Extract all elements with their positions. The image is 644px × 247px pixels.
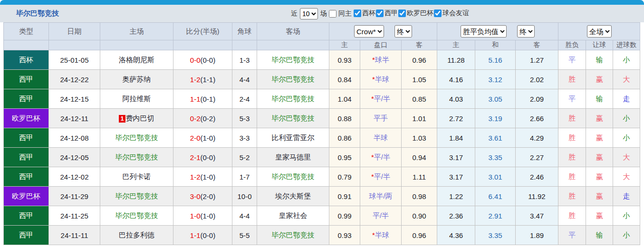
league-filter-label: 西甲: [384, 9, 398, 18]
date-cell: 24-11-29: [49, 187, 100, 206]
team-link[interactable]: 奥萨苏纳: [123, 75, 151, 83]
table-row: 西甲 24-12-05 毕尔巴鄂竞技 2-1(0-0) 5-2 皇家马德里 0.…: [4, 148, 640, 167]
away-team-cell[interactable]: 比利亚雷亚尔: [257, 128, 329, 148]
team-link[interactable]: 巴拉多利德: [119, 231, 154, 239]
handicap-result-cell: 赢: [586, 128, 613, 148]
table-row: 西甲 24-12-08 毕尔巴鄂竞技 2-0(1-0) 3-3 比利亚雷亚尔 0…: [4, 128, 640, 148]
score-cell: 1-2(1-1): [173, 70, 232, 89]
avg-draw-cell: 3.12: [475, 70, 516, 89]
team-link[interactable]: 阿拉维斯: [123, 95, 151, 103]
handicap-cell: 平/半: [360, 206, 402, 226]
odds-away-cell: 1.03: [402, 128, 437, 148]
team-name[interactable]: 毕尔巴鄂竞技: [16, 9, 59, 18]
team-link[interactable]: 皇家马德里: [275, 153, 311, 161]
scope-select[interactable]: 全场: [587, 25, 612, 38]
corner-cell: 5-5: [232, 226, 257, 245]
team-link[interactable]: 巴列卡诺: [123, 172, 151, 180]
same-home-checkbox[interactable]: [329, 10, 336, 18]
league-filter-checkbox-2[interactable]: [398, 10, 406, 17]
sub-header-goals-result: 进球数: [613, 40, 640, 50]
sub-header-handicap-result: 让球: [586, 40, 613, 50]
home-team-cell[interactable]: 1费内巴切: [100, 109, 173, 128]
league-type-cell: 西甲: [4, 70, 49, 89]
col-header-corner: 角球: [232, 23, 257, 40]
league-filter-checkbox-0[interactable]: [354, 10, 361, 17]
team-link[interactable]: 费内巴切: [126, 114, 154, 122]
date-cell: 24-12-22: [49, 70, 100, 89]
home-team-cell[interactable]: 奥萨苏纳: [100, 70, 173, 89]
recent-count-select[interactable]: 10: [300, 8, 318, 19]
handicap-cell: *半球: [360, 70, 402, 89]
team-link[interactable]: 毕尔巴鄂竞技: [115, 192, 158, 200]
away-team-cell[interactable]: 埃尔夫斯堡: [257, 187, 329, 206]
date-cell: 24-12-02: [49, 167, 100, 187]
toolbar: 毕尔巴鄂竞技 近 10 场 同主 西杯西甲欧罗巴杯球会友谊: [0, 5, 644, 22]
score-cell: 2-1(0-0): [173, 148, 232, 167]
away-team-cell[interactable]: 毕尔巴鄂竞技: [257, 70, 329, 89]
team-link[interactable]: 毕尔巴鄂竞技: [272, 56, 315, 64]
avg-draw-cell: 3.61: [475, 128, 516, 148]
outcome-cell: 胜: [558, 109, 586, 128]
corner-cell: 4-4: [232, 70, 257, 89]
corner-cell: 10-0: [232, 187, 257, 206]
league-type-cell: 西甲: [4, 167, 49, 187]
home-team-cell[interactable]: 巴列卡诺: [100, 167, 173, 187]
team-link[interactable]: 毕尔巴鄂竞技: [272, 172, 315, 180]
home-team-cell[interactable]: 巴拉多利德: [100, 226, 173, 245]
team-link[interactable]: 毕尔巴鄂竞技: [115, 133, 158, 142]
league-filter-checkbox-3[interactable]: [434, 10, 442, 17]
outcome-cell: 胜: [558, 206, 586, 226]
team-link[interactable]: 毕尔巴鄂竞技: [272, 95, 315, 103]
odds-away-cell: 0.96: [402, 226, 437, 245]
home-team-cell[interactable]: 毕尔巴鄂竞技: [100, 148, 173, 167]
league-type-cell: 欧罗巴杯: [4, 187, 49, 206]
handicap-cell: *半球: [360, 226, 402, 245]
handicap-result-cell: 赢: [586, 187, 613, 206]
home-team-cell[interactable]: 阿拉维斯: [100, 89, 173, 109]
away-team-cell[interactable]: 皇家社会: [257, 206, 329, 226]
score-cell: 1-1(0-0): [173, 226, 232, 245]
home-team-cell[interactable]: 洛格朗尼斯: [100, 50, 173, 70]
team-link[interactable]: 毕尔巴鄂竞技: [272, 75, 315, 83]
odds-home-cell: 0.93: [329, 50, 360, 70]
date-cell: 24-12-05: [49, 148, 100, 167]
odds-home-cell: 0.93: [329, 226, 360, 245]
away-team-cell[interactable]: 皇家马德里: [257, 148, 329, 167]
odds-home-cell: 0.88: [329, 109, 360, 128]
avg-home-cell: 2.36: [437, 206, 475, 226]
league-filter-checkbox-1[interactable]: [376, 10, 384, 17]
team-link[interactable]: 比利亚雷亚尔: [272, 133, 315, 142]
goals-result-cell: 小: [613, 226, 640, 245]
away-team-cell[interactable]: 毕尔巴鄂竞技: [257, 226, 329, 245]
team-link[interactable]: 毕尔巴鄂竞技: [272, 231, 315, 239]
away-team-cell[interactable]: 毕尔巴鄂竞技: [257, 50, 329, 70]
odds-company-select[interactable]: Crow*: [354, 25, 384, 38]
team-link[interactable]: 皇家社会: [279, 211, 308, 219]
avg-away-cell: 4.29: [516, 128, 558, 148]
team-link[interactable]: 洛格朗尼斯: [119, 56, 154, 64]
outcome-cell: 胜: [558, 167, 586, 187]
average-type-select[interactable]: 胜平负均值: [461, 25, 507, 38]
away-team-cell[interactable]: 毕尔巴鄂竞技: [257, 89, 329, 109]
team-link[interactable]: 毕尔巴鄂竞技: [115, 153, 158, 161]
home-team-cell[interactable]: 毕尔巴鄂竞技: [100, 187, 173, 206]
date-cell: 24-12-11: [49, 109, 100, 128]
avg-away-cell: 1.89: [516, 226, 558, 245]
handicap-cell: 半球: [360, 128, 402, 148]
home-team-cell[interactable]: 毕尔巴鄂竞技: [100, 206, 173, 226]
match-history-panel: 毕尔巴鄂竞技 近 10 场 同主 西杯西甲欧罗巴杯球会友谊 类型 日期 主场 比…: [0, 0, 644, 247]
average-time-select[interactable]: 终: [517, 25, 535, 38]
odds-home-cell: 0.91: [329, 187, 360, 206]
handicap-cell: 球半/两: [360, 187, 402, 206]
odds-time-select[interactable]: 终: [394, 25, 412, 38]
sub-header-odds-away: 客: [402, 40, 437, 50]
team-link[interactable]: 毕尔巴鄂竞技: [115, 211, 158, 219]
home-team-cell[interactable]: 毕尔巴鄂竞技: [100, 128, 173, 148]
team-link[interactable]: 毕尔巴鄂竞技: [272, 114, 315, 122]
col-header-date: 日期: [49, 23, 100, 40]
away-team-cell[interactable]: 毕尔巴鄂竞技: [257, 109, 329, 128]
away-team-cell[interactable]: 毕尔巴鄂竞技: [257, 167, 329, 187]
team-link[interactable]: 埃尔夫斯堡: [275, 192, 311, 200]
goals-result-cell: 小: [613, 128, 640, 148]
table-row: 西甲 24-12-02 巴列卡诺 1-2(1-0) 1-7 毕尔巴鄂竞技 0.7…: [4, 167, 640, 187]
